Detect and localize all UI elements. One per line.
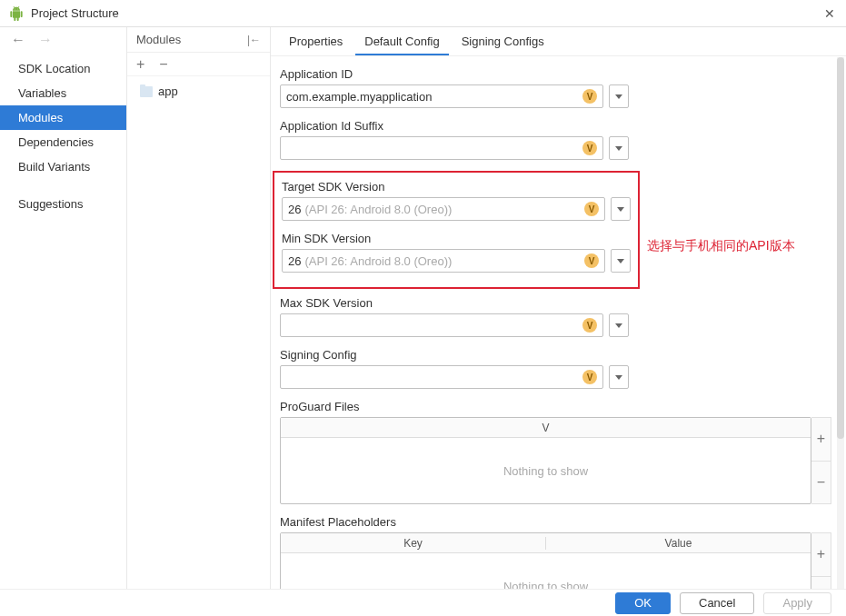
folder-icon bbox=[140, 86, 153, 97]
variable-badge-icon: V bbox=[584, 253, 599, 268]
max-sdk-input[interactable]: V bbox=[280, 313, 603, 337]
close-icon[interactable]: ✕ bbox=[822, 6, 837, 21]
min-sdk-label: Min SDK Version bbox=[282, 232, 631, 245]
sidebar-item-variables[interactable]: Variables bbox=[0, 81, 126, 105]
modules-header: Modules bbox=[136, 33, 247, 46]
application-id-label: Application ID bbox=[280, 67, 831, 81]
left-sidebar: ← → SDK Location Variables Modules Depen… bbox=[0, 27, 127, 589]
proguard-table[interactable]: V Nothing to show bbox=[280, 417, 811, 504]
cancel-button[interactable]: Cancel bbox=[680, 592, 754, 614]
target-sdk-dropdown[interactable] bbox=[611, 197, 631, 221]
add-module-icon[interactable]: + bbox=[136, 57, 144, 72]
manifest-col-value: Value bbox=[546, 537, 811, 550]
sidebar-item-sdk-location[interactable]: SDK Location bbox=[0, 56, 126, 81]
tabs: Properties Default Config Signing Config… bbox=[271, 27, 846, 56]
main-panel: Properties Default Config Signing Config… bbox=[271, 27, 846, 589]
application-id-dropdown[interactable] bbox=[609, 84, 629, 108]
application-id-suffix-input[interactable]: V bbox=[280, 136, 603, 160]
forward-arrow-icon[interactable]: → bbox=[38, 33, 53, 47]
manifest-add-icon[interactable]: + bbox=[811, 533, 831, 577]
module-item-app[interactable]: app bbox=[127, 82, 270, 101]
footer: OK Cancel Apply bbox=[0, 589, 846, 616]
manifest-table[interactable]: Key Value Nothing to show bbox=[280, 532, 811, 589]
chevron-down-icon bbox=[617, 259, 624, 263]
proguard-col: V bbox=[281, 422, 811, 434]
sidebar-item-build-variants[interactable]: Build Variants bbox=[0, 154, 126, 179]
sidebar-item-suggestions[interactable]: Suggestions bbox=[0, 192, 126, 216]
signing-config-label: Signing Config bbox=[280, 348, 831, 362]
titlebar: Project Structure ✕ bbox=[0, 0, 846, 27]
ok-button[interactable]: OK bbox=[615, 592, 671, 614]
proguard-label: ProGuard Files bbox=[280, 400, 831, 413]
apply-button: Apply bbox=[763, 592, 831, 614]
tab-properties[interactable]: Properties bbox=[280, 29, 352, 55]
manifest-empty: Nothing to show bbox=[281, 553, 811, 589]
variable-badge-icon: V bbox=[582, 89, 597, 104]
manifest-remove-icon[interactable]: − bbox=[811, 577, 831, 590]
proguard-add-icon[interactable]: + bbox=[811, 418, 831, 462]
min-sdk-input[interactable]: 26 (API 26: Android 8.0 (Oreo)) V bbox=[282, 249, 605, 273]
chevron-down-icon bbox=[615, 323, 622, 328]
highlight-box: Target SDK Version 26 (API 26: Android 8… bbox=[273, 171, 640, 289]
manifest-label: Manifest Placeholders bbox=[280, 515, 831, 529]
application-id-input[interactable]: com.example.myapplication V bbox=[280, 84, 603, 108]
annotation-text: 选择与手机相同的API版本 bbox=[647, 238, 795, 254]
max-sdk-label: Max SDK Version bbox=[280, 296, 831, 310]
variable-badge-icon: V bbox=[582, 370, 597, 384]
variable-badge-icon: V bbox=[582, 141, 597, 155]
min-sdk-dropdown[interactable] bbox=[611, 249, 631, 273]
application-id-suffix-label: Application Id Suffix bbox=[280, 119, 831, 133]
proguard-empty: Nothing to show bbox=[281, 438, 811, 503]
chevron-down-icon bbox=[617, 207, 624, 212]
back-arrow-icon[interactable]: ← bbox=[11, 33, 25, 47]
target-sdk-label: Target SDK Version bbox=[282, 180, 631, 194]
tab-default-config[interactable]: Default Config bbox=[355, 29, 448, 55]
chevron-down-icon bbox=[615, 146, 622, 151]
window-title: Project Structure bbox=[31, 6, 822, 20]
sidebar-item-modules[interactable]: Modules bbox=[0, 105, 126, 130]
target-sdk-input[interactable]: 26 (API 26: Android 8.0 (Oreo)) V bbox=[282, 197, 605, 221]
proguard-remove-icon[interactable]: − bbox=[811, 462, 831, 504]
modules-panel: Modules |← + − app bbox=[127, 27, 271, 589]
remove-module-icon[interactable]: − bbox=[159, 57, 167, 72]
scrollbar-thumb[interactable] bbox=[837, 57, 844, 439]
chevron-down-icon bbox=[615, 375, 622, 380]
max-sdk-dropdown[interactable] bbox=[609, 313, 629, 337]
tab-signing-configs[interactable]: Signing Configs bbox=[453, 29, 553, 55]
variable-badge-icon: V bbox=[582, 318, 597, 333]
chevron-down-icon bbox=[615, 94, 622, 99]
manifest-col-key: Key bbox=[281, 537, 546, 550]
signing-config-input[interactable]: V bbox=[280, 365, 603, 389]
module-label: app bbox=[158, 84, 178, 98]
variable-badge-icon: V bbox=[584, 202, 599, 216]
application-id-suffix-dropdown[interactable] bbox=[609, 136, 629, 160]
collapse-icon[interactable]: |← bbox=[247, 34, 261, 46]
android-icon bbox=[9, 6, 24, 21]
sidebar-item-dependencies[interactable]: Dependencies bbox=[0, 130, 126, 154]
signing-config-dropdown[interactable] bbox=[609, 365, 629, 389]
nav-arrows: ← → bbox=[0, 27, 126, 53]
